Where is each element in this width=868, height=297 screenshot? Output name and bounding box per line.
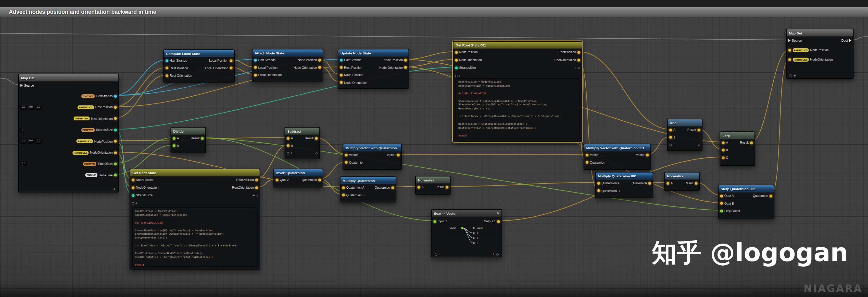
pin-nodeorientation[interactable] bbox=[455, 58, 458, 61]
node-header[interactable]: Normalize bbox=[416, 177, 450, 184]
node-invert-quaternion[interactable]: Invert QuaternionQuat AQuaternion bbox=[273, 169, 323, 188]
pin-rest-orientation[interactable] bbox=[165, 74, 168, 77]
node-header[interactable]: Update Node State bbox=[338, 49, 409, 56]
pin-quaternion[interactable] bbox=[586, 161, 588, 164]
node-header[interactable]: Map Get bbox=[19, 74, 119, 82]
node-header[interactable]: Compute Local State bbox=[164, 50, 234, 57]
add-pin-button[interactable]: ○ + bbox=[789, 73, 796, 77]
pin-local-orientation[interactable] bbox=[230, 66, 232, 69]
pin-result[interactable] bbox=[695, 182, 698, 185]
pin-local-position[interactable] bbox=[230, 59, 232, 62]
node-header[interactable]: Multiply Vector with Quaternion bbox=[343, 144, 401, 151]
value-input[interactable]: 0.0 bbox=[28, 139, 34, 144]
pin-b[interactable] bbox=[722, 149, 725, 152]
pin-local-position[interactable] bbox=[254, 66, 257, 69]
node-header[interactable]: Get Root State 001 bbox=[453, 42, 582, 49]
pin-a[interactable] bbox=[287, 137, 289, 139]
node-add[interactable]: AddAResultB○ +◇ bbox=[667, 118, 703, 151]
node-header[interactable]: Subtract bbox=[285, 128, 319, 135]
add-pin-button[interactable]: + bbox=[113, 187, 116, 190]
node-update-node-state[interactable]: Update Node StateHair StrandsNode Positi… bbox=[338, 49, 409, 89]
pin-hair-strands[interactable] bbox=[254, 58, 257, 61]
pin-result[interactable] bbox=[445, 186, 448, 188]
node-subtract[interactable]: SubtractAResultB○ +◇ bbox=[285, 127, 320, 159]
pin-result[interactable] bbox=[750, 141, 753, 144]
value-input[interactable]: 0.0 bbox=[35, 139, 41, 144]
value-input[interactable]: 0.0 bbox=[21, 161, 27, 166]
node-header[interactable]: Divide bbox=[171, 128, 206, 135]
pin-rootorientation[interactable] bbox=[578, 58, 580, 61]
node-header[interactable]: Normalize bbox=[665, 172, 700, 180]
pin-quaternion[interactable] bbox=[648, 182, 651, 185]
node-map-get[interactable]: Map GetSourceEMITTERHairStrands0.00.00.0… bbox=[19, 74, 119, 192]
node-header[interactable]: Get Root State bbox=[130, 169, 260, 177]
node-attach-node-state[interactable]: Attach Node StateHair StrandsNode Positi… bbox=[252, 49, 323, 82]
pin-quaternion[interactable] bbox=[318, 179, 321, 181]
pin-result[interactable] bbox=[698, 128, 701, 131]
pin-deltatime[interactable] bbox=[114, 174, 117, 177]
add-pin-button[interactable]: ◇ bbox=[315, 151, 318, 155]
comment-title-bar[interactable]: Advect nodes position and orientation ba… bbox=[0, 7, 868, 17]
pin-result[interactable] bbox=[201, 137, 204, 139]
node-normalize-2[interactable]: NormalizeAResult bbox=[664, 172, 700, 191]
node-lerp[interactable]: LerpAResultBC bbox=[719, 131, 755, 166]
node-header[interactable]: Invert Quaternion bbox=[274, 169, 323, 177]
value-input[interactable]: 0.0 bbox=[21, 105, 27, 110]
node-header[interactable]: Map Set bbox=[787, 29, 853, 36]
pin-rest-position[interactable] bbox=[340, 66, 343, 69]
pin-vector[interactable] bbox=[586, 153, 588, 156]
pin-a[interactable] bbox=[666, 182, 669, 185]
add-pin-button[interactable]: ◇ bbox=[698, 143, 701, 146]
node-map-set[interactable]: Map SetSourceDestPARTICLESNodePositionPA… bbox=[786, 29, 854, 79]
pin-quaternion-a[interactable] bbox=[342, 186, 345, 189]
pin-node-position[interactable] bbox=[340, 74, 343, 76]
node-get-root-state-001[interactable]: Get Root State 001NodePositionRootPositi… bbox=[453, 41, 582, 142]
graph-canvas[interactable]: Advect nodes position and orientation ba… bbox=[0, 0, 868, 297]
node-slerp-quaternion-002[interactable]: Slerp Quaternion 002Quat AQuaternionQuat… bbox=[718, 185, 774, 219]
pin-nodeorientation[interactable] bbox=[788, 58, 791, 61]
pin-nodeposition[interactable] bbox=[788, 49, 791, 51]
value-input[interactable]: 0.0 bbox=[28, 105, 34, 110]
pin-nodeorientation[interactable] bbox=[132, 186, 135, 189]
pin-rootposition[interactable] bbox=[255, 179, 258, 181]
pin-strandssize[interactable] bbox=[114, 129, 117, 131]
pin-quat-b[interactable] bbox=[720, 202, 723, 205]
pin-a[interactable] bbox=[417, 186, 420, 188]
node-header[interactable]: Multiply Quaternion 001 bbox=[596, 172, 653, 180]
pin-rootorientation[interactable] bbox=[255, 186, 258, 189]
node-header[interactable]: float -> Vector✎ bbox=[432, 210, 501, 217]
add-pin-button[interactable]: ○ + bbox=[132, 201, 138, 205]
pin-quaternion[interactable] bbox=[770, 194, 772, 197]
pin-quaternion-b[interactable] bbox=[342, 193, 345, 196]
pin-quaternion[interactable] bbox=[345, 161, 348, 164]
add-pin-button[interactable]: ○ + bbox=[435, 251, 441, 255]
pin-vector[interactable] bbox=[397, 153, 400, 156]
add-pin-button[interactable]: ○ + bbox=[287, 151, 292, 155]
pin-rest-position[interactable] bbox=[165, 66, 168, 69]
value-input[interactable]: 0.0 bbox=[35, 105, 41, 110]
add-pin-button[interactable]: ○ + bbox=[669, 143, 675, 146]
node-normalize-1[interactable]: NormalizeAResult bbox=[415, 176, 451, 195]
node-header[interactable]: Multiply Quaternion bbox=[341, 177, 396, 184]
pin-hair-strands[interactable] bbox=[165, 59, 168, 62]
node-get-root-state[interactable]: Get Root StateNodePositionRootPositionNo… bbox=[130, 169, 260, 270]
add-pin-button[interactable]: + ◇ bbox=[575, 66, 580, 69]
pin-node-position[interactable] bbox=[404, 58, 407, 61]
pin-c[interactable] bbox=[722, 156, 725, 159]
pin-restorientation[interactable] bbox=[114, 117, 117, 120]
node-multiply-vector-with-quaternion-001[interactable]: Multiply Vector with Quaternion 001Vecto… bbox=[583, 144, 651, 170]
pin-node-position[interactable] bbox=[318, 58, 321, 61]
pin-quaternion[interactable] bbox=[391, 186, 394, 189]
pin-a[interactable] bbox=[722, 141, 725, 144]
node-header[interactable]: Slerp Quaternion 002 bbox=[718, 185, 774, 192]
pin-node-orientation[interactable] bbox=[318, 66, 321, 69]
pin-node-orientation[interactable] bbox=[404, 66, 407, 69]
pin-result[interactable] bbox=[315, 137, 318, 139]
add-pin-button[interactable]: ○ + bbox=[455, 74, 461, 77]
pin-vector[interactable] bbox=[646, 153, 649, 156]
node-compute-local-state[interactable]: Compute Local StateHair StrandsLocal Pos… bbox=[163, 49, 235, 83]
node-multiply-quaternion-001[interactable]: Multiply Quaternion 001Quaternion AQuate… bbox=[595, 172, 653, 198]
pin-a[interactable] bbox=[669, 128, 672, 131]
pin-quaternion-a[interactable] bbox=[597, 182, 600, 185]
pin-quat-a[interactable] bbox=[276, 179, 279, 181]
